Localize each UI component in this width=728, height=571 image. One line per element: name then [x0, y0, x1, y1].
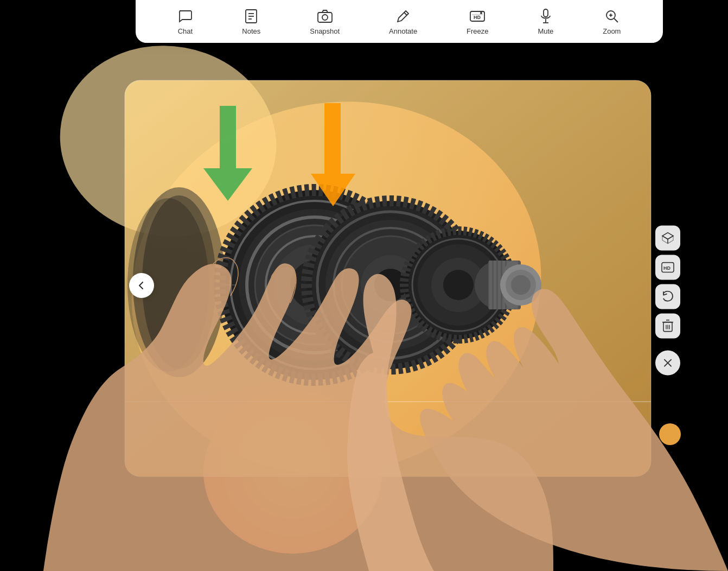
svg-text:HD: HD [474, 15, 481, 20]
snapshot-label: Snapshot [310, 27, 340, 35]
3d-button[interactable] [655, 226, 680, 251]
mute-icon [538, 9, 553, 24]
toolbar-zoom-item[interactable]: Zoom [603, 9, 621, 35]
svg-marker-72 [662, 233, 673, 239]
svg-rect-39 [494, 261, 496, 309]
svg-point-34 [443, 270, 474, 300]
toolbar-annotate-item[interactable]: Annotate [389, 9, 417, 35]
svg-point-64 [480, 12, 482, 14]
chat-icon [177, 9, 193, 24]
svg-text:HD: HD [663, 265, 670, 271]
scene: Chat Notes Snapshot [0, 0, 728, 571]
freeze-icon: HD [470, 9, 485, 24]
svg-point-59 [322, 15, 328, 20]
toolbar-mute-item[interactable]: Mute [538, 9, 553, 35]
svg-rect-58 [318, 12, 332, 22]
svg-line-69 [614, 18, 618, 22]
annotate-label: Annotate [389, 27, 417, 35]
toolbar-notes-item[interactable]: Notes [242, 9, 260, 35]
toolbar-freeze-item[interactable]: HD Freeze [467, 9, 488, 35]
hd-button[interactable]: HD [655, 255, 680, 280]
notes-icon [244, 9, 259, 24]
toolbar-chat-item[interactable]: Chat [177, 9, 193, 35]
snapshot-icon [317, 9, 333, 24]
toolbar: Chat Notes Snapshot [136, 0, 663, 43]
freeze-label: Freeze [467, 27, 488, 35]
svg-point-48 [511, 275, 531, 295]
svg-rect-38 [489, 261, 492, 309]
svg-line-60 [404, 12, 407, 15]
back-button[interactable] [129, 273, 154, 298]
chat-label: Chat [178, 27, 193, 35]
notes-label: Notes [242, 27, 260, 35]
close-button[interactable] [655, 351, 680, 376]
toolbar-snapshot-item[interactable]: Snapshot [310, 9, 340, 35]
svg-point-53 [659, 423, 681, 445]
trash-button[interactable] [655, 314, 680, 339]
undo-button[interactable] [655, 284, 680, 309]
right-panel: HD [655, 226, 680, 376]
mute-label: Mute [538, 27, 553, 35]
annotate-icon [395, 9, 411, 24]
zoom-icon [604, 9, 620, 24]
background-scene [0, 0, 728, 571]
zoom-label: Zoom [603, 27, 621, 35]
svg-rect-65 [544, 9, 548, 17]
